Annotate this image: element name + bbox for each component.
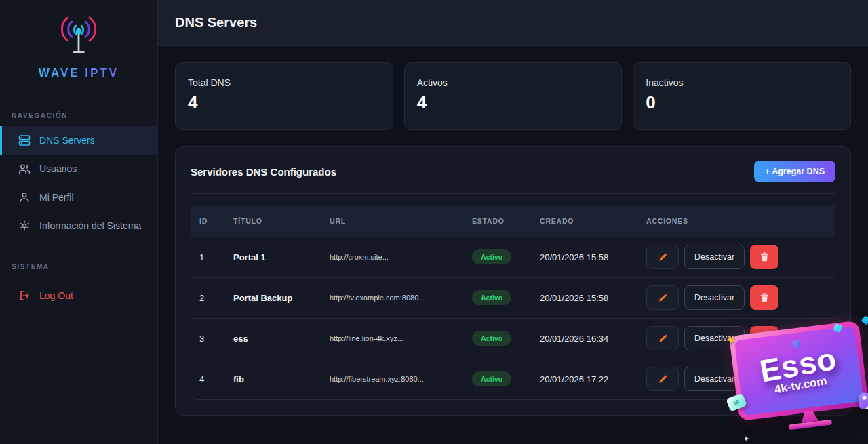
column-header-titulo: TÍTULO	[225, 205, 321, 237]
stat-card-inactivos: Inactivos 0	[633, 62, 851, 130]
row-title: fib	[225, 359, 321, 399]
user-icon	[18, 191, 31, 203]
dns-table-container: ID TÍTULO URL ESTADO CREADO ACCIONES 1 P…	[191, 205, 835, 400]
stat-value: 0	[646, 92, 838, 113]
row-id: 4	[191, 359, 225, 399]
gear-icon	[18, 220, 31, 232]
row-url: http://tv.example.com:8080...	[321, 277, 464, 318]
status-badge: Activo	[472, 290, 511, 305]
stat-label: Total DNS	[188, 77, 380, 88]
logout-label: Log Out	[39, 290, 73, 301]
trash-icon	[760, 334, 769, 343]
deactivate-button[interactable]: Desactivar	[684, 245, 745, 269]
stat-card-activos: Activos 4	[404, 62, 623, 130]
row-id: 1	[191, 237, 225, 277]
top-bar: DNS Servers	[158, 0, 868, 46]
edit-button[interactable]	[646, 285, 679, 310]
panel-header: Servidores DNS Configurados + Agregar DN…	[191, 161, 835, 182]
row-url: http://line.lion-4k.xyz...	[321, 318, 464, 359]
sidebar-item-informacion-del-sistema[interactable]: Información del Sistema	[0, 211, 157, 240]
row-id: 2	[191, 277, 225, 318]
column-header-creado: CREADO	[532, 205, 638, 237]
edit-button[interactable]	[646, 245, 679, 269]
main-content: Total DNS 4 Activos 4 Inactivos 0 Servid…	[158, 46, 868, 444]
table-row: 4 fib http://fiberstream.xyz:8080... Act…	[191, 359, 835, 399]
users-icon	[18, 163, 31, 175]
trash-icon	[760, 252, 769, 262]
logout-icon	[18, 289, 31, 302]
pencil-icon	[658, 374, 668, 384]
panel-divider	[191, 193, 835, 194]
server-icon	[18, 134, 31, 146]
status-badge: Activo	[472, 249, 511, 264]
deactivate-button[interactable]: Desactivar	[684, 285, 745, 310]
table-header-row: ID TÍTULO URL ESTADO CREADO ACCIONES	[191, 205, 835, 237]
dns-servers-panel: Servidores DNS Configurados + Agregar DN…	[175, 146, 851, 416]
system-section-label: SISTEMA	[0, 249, 157, 277]
page-title: DNS Servers	[158, 15, 257, 31]
sidebar-item-label: Mi Perfil	[39, 192, 74, 203]
column-header-id: ID	[191, 205, 225, 237]
sidebar-item-label: Usuarios	[39, 163, 77, 174]
brand-logo: WAVE IPTV	[0, 0, 157, 98]
row-title: ess	[225, 318, 321, 359]
logout-button[interactable]: Log Out	[0, 281, 157, 310]
delete-button[interactable]	[750, 245, 778, 269]
delete-button[interactable]	[750, 285, 778, 310]
deactivate-button[interactable]: Desactivar	[684, 367, 745, 391]
row-url: http://croxm.site...	[321, 237, 464, 277]
delete-button[interactable]	[750, 326, 778, 350]
row-created: 20/01/2026 15:58	[532, 237, 638, 277]
stat-label: Inactivos	[646, 77, 838, 88]
stats-row: Total DNS 4 Activos 4 Inactivos 0	[175, 62, 851, 130]
column-header-url: URL	[321, 205, 464, 237]
row-actions: Desactivar	[646, 367, 835, 391]
row-created: 20/01/2026 17:22	[532, 359, 638, 399]
sidebar-item-usuarios[interactable]: Usuarios	[0, 155, 157, 183]
table-row: 3 ess http://line.lion-4k.xyz... Activo …	[191, 318, 835, 359]
sidebar-item-label: DNS Servers	[39, 135, 95, 146]
trash-icon	[760, 293, 769, 302]
column-header-acciones: ACCIONES	[638, 205, 835, 237]
table-row: 2 Portal Backup http://tv.example.com:80…	[191, 277, 835, 318]
sidebar-item-label: Información del Sistema	[39, 220, 141, 231]
app-window: WAVE IPTV NAVEGACIÓN DNS Servers Usuario…	[0, 0, 868, 444]
trash-icon	[760, 374, 769, 384]
stat-value: 4	[188, 92, 380, 113]
antenna-icon	[52, 14, 106, 56]
row-url: http://fiberstream.xyz:8080...	[321, 359, 464, 399]
table-row: 1 Portal 1 http://croxm.site... Activo 2…	[191, 237, 835, 277]
panel-title: Servidores DNS Configurados	[191, 166, 336, 178]
delete-button[interactable]	[750, 367, 778, 391]
add-dns-button[interactable]: + Agregar DNS	[754, 161, 835, 182]
pencil-icon	[658, 252, 668, 262]
row-actions: Desactivar	[646, 285, 835, 310]
row-actions: Desactivar	[646, 326, 835, 350]
dns-table: ID TÍTULO URL ESTADO CREADO ACCIONES 1 P…	[191, 205, 835, 399]
stat-value: 4	[417, 92, 610, 113]
brand-name: WAVE IPTV	[0, 66, 157, 80]
edit-button[interactable]	[646, 367, 679, 391]
status-badge: Activo	[472, 331, 511, 346]
row-created: 20/01/2026 16:34	[532, 318, 638, 359]
row-created: 20/01/2026 15:58	[532, 277, 638, 318]
sidebar-item-mi-perfil[interactable]: Mi Perfil	[0, 183, 157, 211]
stat-card-total-dns: Total DNS 4	[175, 62, 393, 130]
sidebar-item-dns-servers[interactable]: DNS Servers	[0, 126, 157, 155]
row-title: Portal Backup	[225, 277, 321, 318]
pencil-icon	[658, 293, 668, 303]
stat-label: Activos	[417, 77, 610, 88]
deactivate-button[interactable]: Desactivar	[684, 326, 745, 350]
pencil-icon	[658, 334, 668, 344]
column-header-estado: ESTADO	[464, 205, 532, 237]
nav-section-label: NAVEGACIÓN	[0, 98, 157, 126]
status-badge: Activo	[472, 371, 511, 386]
sidebar: WAVE IPTV NAVEGACIÓN DNS Servers Usuario…	[0, 0, 158, 444]
edit-button[interactable]	[646, 326, 679, 350]
row-title: Portal 1	[225, 237, 321, 277]
row-actions: Desactivar	[646, 245, 835, 269]
row-id: 3	[191, 318, 225, 359]
